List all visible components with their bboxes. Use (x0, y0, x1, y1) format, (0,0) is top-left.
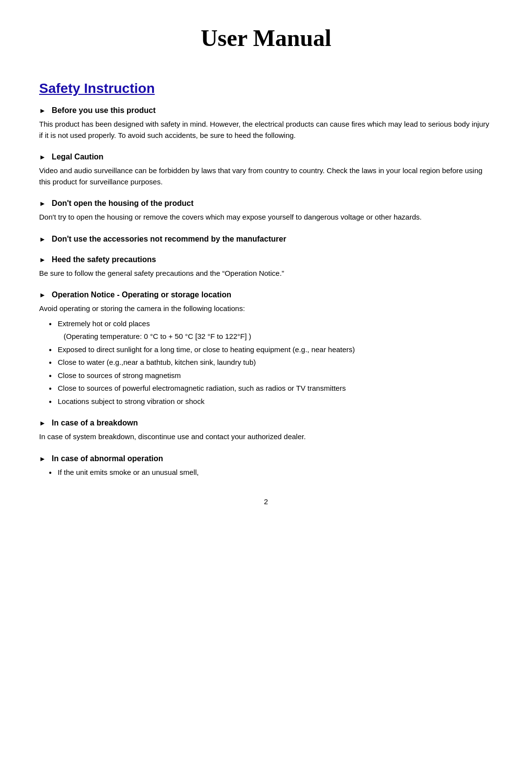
subsection-before-use: ►Before you use this productThis product… (39, 106, 493, 141)
bullet-item: Close to water (e.g.,near a bathtub, kit… (49, 357, 493, 368)
bullet-item: Locations subject to strong vibration or… (49, 396, 493, 407)
chevron-icon: ► (39, 455, 46, 463)
subsection-heading-dont-open: ►Don't open the housing of the product (39, 199, 493, 208)
heading-text: Heed the safety precautions (52, 255, 156, 264)
bullet-item: Extremely hot or cold places (49, 318, 493, 330)
subsection-heading-legal-caution: ►Legal Caution (39, 153, 493, 161)
chevron-icon: ► (39, 107, 46, 114)
sub-bullet-item: (Operating temperature: 0 °C to + 50 °C … (64, 331, 493, 342)
chevron-icon: ► (39, 419, 46, 427)
subsection-breakdown: ►In case of a breakdownIn case of system… (39, 419, 493, 443)
bullet-list-operation-notice: Extremely hot or cold places(Operating t… (49, 318, 493, 407)
chevron-icon: ► (39, 256, 46, 264)
subsection-heading-before-use: ►Before you use this product (39, 106, 493, 115)
subsection-legal-caution: ►Legal CautionVideo and audio surveillan… (39, 153, 493, 187)
subsection-heed-safety: ►Heed the safety precautionsBe sure to f… (39, 255, 493, 279)
subsection-heading-abnormal-operation: ►In case of abnormal operation (39, 454, 493, 463)
subsection-dont-open: ►Don't open the housing of the productDo… (39, 199, 493, 223)
body-text-breakdown: In case of system breakdown, discontinue… (39, 431, 493, 443)
heading-text: Before you use this product (52, 106, 155, 115)
heading-text: Legal Caution (52, 153, 104, 161)
bullet-item: Close to sources of strong magnetism (49, 370, 493, 381)
bullet-item: Close to sources of powerful electromagn… (49, 383, 493, 394)
chevron-icon: ► (39, 291, 46, 299)
heading-text: Don't use the accessories not recommend … (52, 235, 287, 244)
page-title: User Manual (39, 24, 493, 51)
chevron-icon: ► (39, 153, 46, 161)
subsections-container: ►Before you use this productThis product… (39, 106, 493, 478)
subsection-operation-notice: ►Operation Notice - Operating or storage… (39, 290, 493, 407)
subsection-heading-dont-use-accessories: ►Don't use the accessories not recommend… (39, 235, 493, 244)
body-text-operation-notice: Avoid operating or storing the camera in… (39, 303, 493, 314)
subsection-dont-use-accessories: ►Don't use the accessories not recommend… (39, 235, 493, 244)
chevron-icon: ► (39, 235, 46, 243)
body-text-dont-open: Don't try to open the housing or remove … (39, 212, 493, 223)
body-text-before-use: This product has been designed with safe… (39, 119, 493, 141)
subsection-heading-operation-notice: ►Operation Notice - Operating or storage… (39, 290, 493, 299)
bullet-item: Exposed to direct sunlight for a long ti… (49, 344, 493, 356)
section-main-heading: Safety Instruction (39, 81, 493, 96)
heading-text: In case of a breakdown (52, 419, 138, 427)
safety-instruction-link[interactable]: Safety Instruction (39, 81, 493, 96)
chevron-icon: ► (39, 200, 46, 207)
page-number: 2 (39, 497, 493, 506)
body-text-heed-safety: Be sure to follow the general safety pre… (39, 268, 493, 279)
bullet-list-abnormal-operation: If the unit emits smoke or an unusual sm… (49, 467, 493, 478)
bullet-item: If the unit emits smoke or an unusual sm… (49, 467, 493, 478)
body-text-legal-caution: Video and audio surveillance can be forb… (39, 165, 493, 187)
heading-text: Don't open the housing of the product (52, 199, 194, 208)
subsection-heading-breakdown: ►In case of a breakdown (39, 419, 493, 427)
subsection-abnormal-operation: ►In case of abnormal operationIf the uni… (39, 454, 493, 478)
heading-text: Operation Notice - Operating or storage … (52, 290, 231, 299)
subsection-heading-heed-safety: ►Heed the safety precautions (39, 255, 493, 264)
heading-text: In case of abnormal operation (52, 454, 163, 463)
